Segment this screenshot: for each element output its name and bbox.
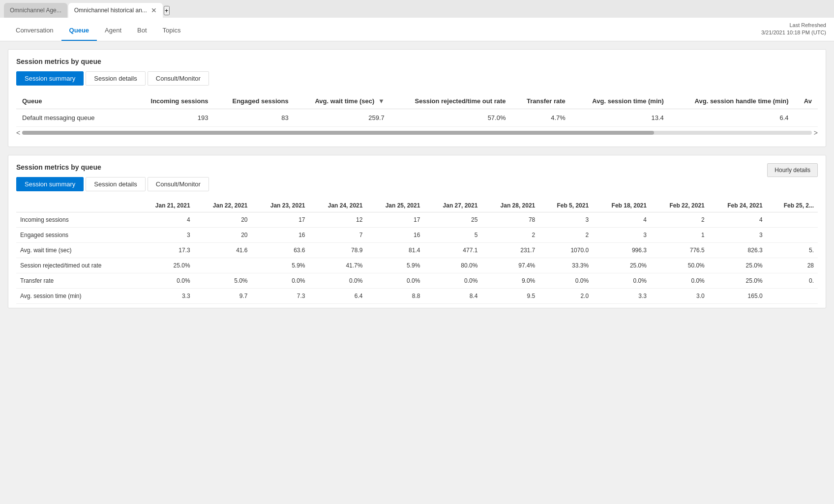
cell-value-1-0: 3: [137, 228, 194, 243]
cell-transfer: 4.7%: [512, 109, 571, 127]
panel-1-sub-tabs: Session summary Session details Consult/…: [16, 71, 818, 86]
cell-value-0-10: 4: [709, 212, 767, 228]
cell-value-2-10: 826.3: [709, 243, 767, 258]
col-date-11: Feb 25, 2...: [767, 199, 818, 212]
cell-metric-1: Engaged sessions: [16, 228, 137, 243]
col-transfer: Transfer rate: [512, 93, 571, 109]
cell-value-4-4: 0.0%: [366, 273, 424, 289]
panel-2-sub-tabs: Session summary Session details Consult/…: [16, 177, 818, 191]
browser-tab-1[interactable]: Omnichannel Age...: [4, 3, 67, 18]
cell-metric-4: Transfer rate: [16, 273, 137, 289]
cell-value-4-8: 0.0%: [593, 273, 651, 289]
cell-value-0-1: 20: [194, 212, 252, 228]
sub-tab-session-details-2[interactable]: Session details: [86, 177, 145, 191]
cell-value-5-5: 8.4: [424, 289, 481, 304]
cell-value-3-6: 97.4%: [481, 258, 539, 273]
cell-value-4-10: 25.0%: [709, 273, 767, 289]
cell-value-2-11: 5.: [767, 243, 818, 258]
cell-value-3-9: 50.0%: [651, 258, 709, 273]
cell-metric-2: Avg. wait time (sec): [16, 243, 137, 258]
cell-metric-5: Avg. session time (min): [16, 289, 137, 304]
cell-value-1-11: [767, 228, 818, 243]
panel-1-title: Session metrics by queue: [16, 58, 818, 65]
cell-value-5-1: 9.7: [194, 289, 252, 304]
sub-tab-session-details-1[interactable]: Session details: [86, 71, 145, 86]
cell-value-3-4: 5.9%: [366, 258, 424, 273]
hourly-details-button[interactable]: Hourly details: [767, 163, 818, 177]
cell-value-1-5: 5: [424, 228, 481, 243]
cell-value-5-3: 6.4: [309, 289, 366, 304]
col-date-3: Jan 24, 2021: [309, 199, 366, 212]
cell-value-1-2: 16: [252, 228, 309, 243]
cell-value-0-4: 17: [366, 212, 424, 228]
cell-value-5-2: 7.3: [252, 289, 309, 304]
col-avg-session: Avg. session time (min): [571, 93, 670, 109]
cell-value-5-4: 8.8: [366, 289, 424, 304]
col-rejected: Session rejected/time out rate: [390, 93, 512, 109]
nav-tab-agent[interactable]: Agent: [97, 21, 129, 41]
browser-tab-1-label: Omnichannel Age...: [10, 7, 61, 14]
col-incoming: Incoming sessions: [132, 93, 214, 109]
cell-value-5-8: 3.3: [593, 289, 651, 304]
cell-value-2-7: 1070.0: [539, 243, 593, 258]
panel-session-metrics-1: Session metrics by queue Session summary…: [8, 49, 826, 147]
cell-value-4-3: 0.0%: [309, 273, 366, 289]
cell-value-1-10: 3: [709, 228, 767, 243]
browser-tab-bar: Omnichannel Age... Omnichannel historica…: [0, 0, 834, 18]
cell-value-1-3: 7: [309, 228, 366, 243]
table-row: Transfer rate0.0%5.0%0.0%0.0%0.0%0.0%9.0…: [16, 273, 818, 289]
table-row: Avg. session time (min)3.39.77.36.48.88.…: [16, 289, 818, 304]
cell-avg-wait: 259.7: [295, 109, 390, 127]
last-refreshed-value: 3/21/2021 10:18 PM (UTC): [761, 29, 826, 36]
table-row: Incoming sessions42017121725783424: [16, 212, 818, 228]
browser-tab-2[interactable]: Omnichannel historical an... ✕: [68, 3, 163, 18]
cell-value-2-9: 776.5: [651, 243, 709, 258]
cell-incoming: 193: [132, 109, 214, 127]
scroll-left-icon[interactable]: <: [16, 129, 20, 137]
cell-value-5-11: [767, 289, 818, 304]
col-date-5: Jan 27, 2021: [424, 199, 481, 212]
col-date-10: Feb 24, 2021: [709, 199, 767, 212]
col-date-0: Jan 21, 2021: [137, 199, 194, 212]
cell-value-2-4: 81.4: [366, 243, 424, 258]
panel-2-table-container: Jan 21, 2021Jan 22, 2021Jan 23, 2021Jan …: [16, 199, 818, 304]
add-tab-button[interactable]: +: [164, 6, 170, 15]
cell-value-4-9: 0.0%: [651, 273, 709, 289]
cell-value-3-7: 33.3%: [539, 258, 593, 273]
cell-value-2-5: 477.1: [424, 243, 481, 258]
nav-tab-topics[interactable]: Topics: [155, 21, 189, 41]
cell-value-1-6: 2: [481, 228, 539, 243]
nav-tab-bot[interactable]: Bot: [129, 21, 155, 41]
nav-tab-queue[interactable]: Queue: [61, 21, 97, 41]
cell-value-4-6: 9.0%: [481, 273, 539, 289]
cell-value-0-6: 78: [481, 212, 539, 228]
cell-value-0-9: 2: [651, 212, 709, 228]
cell-value-1-4: 16: [366, 228, 424, 243]
cell-avg-session: 13.4: [571, 109, 670, 127]
col-avg-wait: Avg. wait time (sec) ▼: [295, 93, 390, 109]
cell-value-3-2: 5.9%: [252, 258, 309, 273]
cell-queue: Default messaging queue: [16, 109, 132, 127]
table-row: Engaged sessions32016716522313: [16, 228, 818, 243]
cell-value-2-8: 996.3: [593, 243, 651, 258]
cell-engaged: 83: [214, 109, 295, 127]
close-icon[interactable]: ✕: [151, 7, 157, 14]
cell-value-1-7: 2: [539, 228, 593, 243]
table-row: Avg. wait time (sec)17.341.663.678.981.4…: [16, 243, 818, 258]
sub-tab-consult-monitor-1[interactable]: Consult/Monitor: [148, 71, 209, 86]
sub-tab-session-summary-1[interactable]: Session summary: [16, 71, 84, 86]
sub-tab-consult-monitor-2[interactable]: Consult/Monitor: [148, 177, 209, 191]
nav-tab-conversation[interactable]: Conversation: [8, 21, 61, 41]
cell-value-0-11: [767, 212, 818, 228]
scroll-right-icon[interactable]: >: [814, 129, 818, 137]
top-navigation: Conversation Queue Agent Bot Topics Last…: [0, 18, 834, 41]
cell-value-3-5: 80.0%: [424, 258, 481, 273]
cell-value-5-0: 3.3: [137, 289, 194, 304]
cell-value-4-11: 0.: [767, 273, 818, 289]
sub-tab-session-summary-2[interactable]: Session summary: [16, 177, 84, 191]
panel-2-table: Jan 21, 2021Jan 22, 2021Jan 23, 2021Jan …: [16, 199, 818, 304]
sort-icon[interactable]: ▼: [378, 97, 385, 105]
col-queue: Queue: [16, 93, 132, 109]
cell-value-2-6: 231.7: [481, 243, 539, 258]
cell-value-3-1: [194, 258, 252, 273]
